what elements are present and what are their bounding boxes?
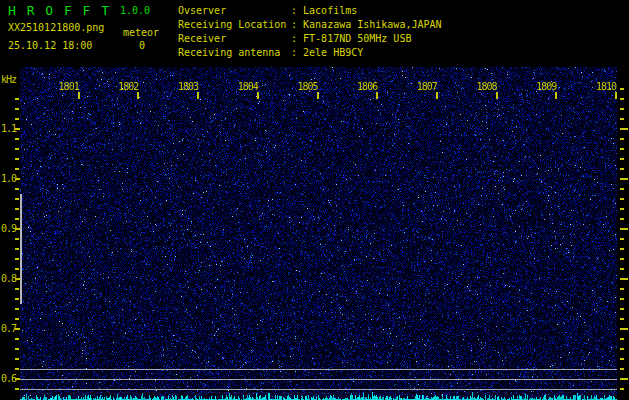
freq-minor-tick (15, 238, 19, 240)
right-minor-tick (620, 338, 624, 340)
meteor-mode-label: meteor (123, 27, 159, 38)
right-major-tick (620, 378, 628, 380)
right-minor-tick (620, 298, 624, 300)
right-minor-tick (620, 198, 624, 200)
right-major-tick (620, 128, 628, 130)
right-major-tick (620, 228, 628, 230)
freq-minor-tick (15, 198, 19, 200)
freq-minor-tick (15, 308, 19, 310)
right-minor-tick (620, 158, 624, 160)
freq-minor-tick (15, 348, 19, 350)
time-tick-label: 1803 (176, 81, 198, 92)
right-minor-tick (620, 348, 624, 350)
info-row: Ovserver: Lacofilms (178, 4, 442, 18)
freq-minor-tick (15, 288, 19, 290)
info-row: Receiving Location: Kanazawa Ishikawa,JA… (178, 18, 442, 32)
freq-minor-tick (15, 168, 19, 170)
freq-minor-tick (15, 268, 19, 270)
time-tick (78, 92, 80, 99)
freq-tick-label: 0.8 (0, 273, 16, 284)
spectrogram-canvas (20, 67, 617, 400)
time-tick (496, 92, 498, 99)
right-major-tick (620, 278, 628, 280)
freq-minor-tick (15, 158, 19, 160)
time-tick (137, 92, 139, 99)
right-minor-tick (620, 98, 624, 100)
right-minor-tick (620, 188, 624, 190)
right-minor-tick (620, 138, 624, 140)
info-separator: : (291, 47, 303, 58)
info-label: Receiving Location (178, 18, 291, 32)
freq-minor-tick (15, 318, 19, 320)
info-separator: : (291, 5, 303, 16)
time-tick (257, 92, 259, 99)
time-tick-label: 1805 (296, 81, 318, 92)
freq-tick-label: 0.9 (0, 223, 16, 234)
freq-minor-tick (15, 388, 19, 390)
time-tick (436, 92, 438, 99)
freq-tick-label: 0.6 (0, 373, 16, 384)
freq-minor-tick (15, 108, 19, 110)
right-minor-tick (620, 258, 624, 260)
right-minor-tick (620, 248, 624, 250)
right-minor-tick (620, 288, 624, 290)
freq-minor-tick (15, 298, 19, 300)
time-tick (197, 92, 199, 99)
right-minor-tick (620, 168, 624, 170)
freq-minor-tick (15, 218, 19, 220)
time-tick-label: 1806 (355, 81, 377, 92)
right-minor-tick (620, 268, 624, 270)
right-minor-tick (620, 358, 624, 360)
time-tick-label: 1802 (116, 81, 138, 92)
time-tick (555, 92, 557, 99)
meteor-count: 0 (139, 40, 145, 51)
info-value: FT-817ND 50MHz USB (303, 33, 411, 44)
right-minor-tick (620, 368, 624, 370)
time-tick (615, 92, 617, 99)
freq-major-tick (15, 328, 20, 330)
time-tick-label: 1809 (534, 81, 556, 92)
freq-minor-tick (15, 358, 19, 360)
hrofft-screen: H R O F F T 1.0.0 XX2510121800.png meteo… (0, 0, 629, 400)
right-minor-tick (620, 238, 624, 240)
right-minor-tick (620, 218, 624, 220)
freq-minor-tick (15, 148, 19, 150)
station-info: Ovserver: Lacofilms Receiving Location: … (178, 4, 442, 60)
right-minor-tick (620, 88, 624, 90)
session-datetime: 25.10.12 18:00 (8, 40, 92, 51)
right-minor-tick (620, 318, 624, 320)
time-tick (376, 92, 378, 99)
freq-minor-tick (15, 258, 19, 260)
time-tick (317, 92, 319, 99)
freq-minor-tick (15, 368, 19, 370)
info-value: Kanazawa Ishikawa,JAPAN (303, 19, 441, 30)
info-separator: : (291, 19, 303, 30)
freq-minor-tick (15, 248, 19, 250)
time-tick-label: 1810 (594, 81, 616, 92)
info-value: 2ele HB9CY (303, 47, 363, 58)
freq-minor-tick (15, 208, 19, 210)
right-major-tick (620, 328, 628, 330)
freq-major-tick (15, 128, 20, 130)
right-major-tick (620, 178, 628, 180)
freq-minor-tick (15, 98, 19, 100)
info-label: Receiving antenna (178, 46, 291, 60)
freq-minor-tick (15, 138, 19, 140)
freq-major-tick (15, 378, 20, 380)
freq-tick-label: 1.0 (0, 173, 16, 184)
freq-axis-unit-label: kHz (1, 74, 16, 85)
right-minor-tick (620, 208, 624, 210)
freq-major-tick (15, 278, 20, 280)
time-tick-label: 1804 (236, 81, 258, 92)
app-version: 1.0.0 (120, 5, 150, 16)
freq-tick-label: 1.1 (0, 123, 16, 134)
info-label: Ovserver (178, 4, 291, 18)
info-value: Lacofilms (303, 5, 357, 16)
freq-major-tick (15, 228, 20, 230)
freq-minor-tick (15, 188, 19, 190)
time-tick-label: 1808 (475, 81, 497, 92)
freq-minor-tick (15, 338, 19, 340)
right-minor-tick (620, 118, 624, 120)
freq-minor-tick (15, 118, 19, 120)
right-minor-tick (620, 308, 624, 310)
